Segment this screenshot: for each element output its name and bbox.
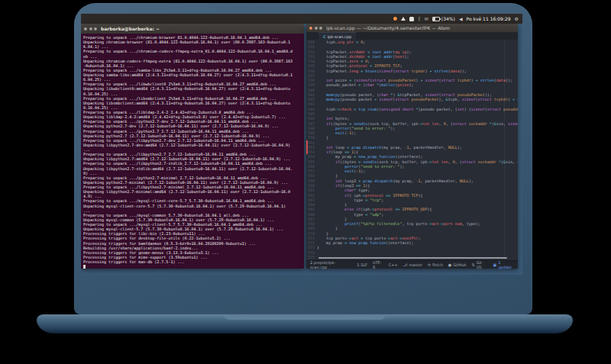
sync-icon: ⟳	[428, 263, 431, 267]
terminal-line: Unpacking python2.7 (2.7.12-1ubuntu0~16.…	[83, 134, 293, 138]
terminal-line: Unpacking libwbclient0:amd64 (2:4.3.11+d…	[83, 86, 293, 95]
status-grammar[interactable]: C++	[389, 263, 398, 267]
code-line: 542 memcpy(pseudo_packet + sizeof(struct…	[306, 97, 518, 101]
keyboard-layout-icon[interactable]	[409, 17, 414, 21]
status-encoding[interactable]: UTF-8	[373, 260, 383, 269]
app-indicator-icon[interactable]	[393, 17, 397, 21]
atom-close-button[interactable]	[309, 27, 312, 30]
laptop-lid: ᛒ ✉ (34%) ◀ Po kvě 11 16:09:29 ⚙	[74, 3, 532, 314]
terminal-line: Preparing to unpack .../libpython2.7-std…	[83, 161, 293, 166]
update-badge[interactable]: ▣ 1 update	[493, 260, 514, 269]
terminal-line: Unpacking libsmbclient:amd64 (2:4.3.11+d…	[83, 101, 293, 110]
terminal-line: Unpacking libpython2.7-stdlib:amd64 (2.7…	[83, 166, 293, 176]
status-cursor-position[interactable]: 1:1	[357, 263, 363, 267]
unity-top-panel: ᛒ ✉ (34%) ◀ Po kvě 11 16:09:29 ⚙	[81, 14, 522, 24]
terminal-line: Unpacking chromium-codecs-ffmpeg-extra (…	[83, 59, 293, 68]
battery-indicator[interactable]: (34%)	[432, 16, 455, 21]
session-gear-icon[interactable]: ⚙	[515, 17, 519, 21]
atom-window: ipk-scan.cpp — ~/Dokumenty/4.semester/IP…	[306, 24, 518, 269]
terminal-maximize-button[interactable]	[94, 27, 97, 31]
tab-label: ipk-scan.cpp	[328, 34, 352, 39]
status-bar: 2.projekt/ipk-scan.cpp 1:1 LF UTF-8 C++ …	[306, 260, 518, 269]
tab-ipk-scan[interactable]: C ipk-scan.cpp	[318, 32, 356, 40]
terminal-line: Unpacking chromium-browser (81.0.4044.12…	[83, 40, 293, 49]
terminal-line: Preparing to unpack .../libpython2.7-dev…	[83, 138, 293, 143]
terminal-line: Preparing to unpack .../python2.7-minima…	[83, 176, 293, 180]
laptop-mockup: ᛒ ✉ (34%) ◀ Po kvě 11 16:09:29 ⚙	[0, 0, 611, 364]
laptop-screen: ᛒ ✉ (34%) ◀ Po kvě 11 16:09:29 ⚙	[81, 14, 522, 275]
line-number: 575	[306, 255, 317, 259]
battery-icon	[432, 17, 440, 21]
git-panel-button[interactable]: ⇅ Git (0)	[472, 260, 488, 269]
terminal-minimize-button[interactable]	[89, 27, 92, 31]
terminal-line: Processing triggers for man-db (2.7.5-1)…	[83, 259, 293, 264]
atom-window-title: ipk-scan.cpp — ~/Dokumenty/4.semester/IP…	[326, 25, 450, 31]
terminal-line: Unpacking libpython2.7-dev:amd64 (2.7.12…	[83, 143, 293, 152]
code-text: memcpy(pseudo_packet + sizeof(struct pse…	[317, 97, 518, 101]
status-line-ending[interactable]: LF	[363, 263, 367, 267]
system-tray: ᛒ ✉ (34%) ◀ Po kvě 11 16:09:29 ⚙	[393, 16, 519, 21]
wrap-guide	[504, 40, 505, 260]
status-file-path[interactable]: 2.projekt/ipk-scan.cpp	[310, 260, 351, 269]
code-text: tcpPacket.leng = htons(sizeof(struct tcp…	[317, 69, 467, 73]
branch-icon: ⎇	[403, 263, 408, 267]
laptop-base-notch	[224, 314, 386, 320]
package-icon: ▣	[493, 263, 496, 267]
terminal-text: Preparing to unpack .../chromium-browser…	[83, 35, 293, 269]
terminal-line: Unpacking libpython2.7-minimal:amd64 (2.…	[83, 189, 293, 198]
git-icon: ⇅	[472, 263, 475, 267]
code-text: tcph.urg_ptr = 0;	[317, 40, 365, 44]
code-text: }	[317, 135, 328, 140]
terminal-close-button[interactable]	[84, 27, 87, 31]
terminal-line: Preparing to unpack .../chromium-codecs-…	[83, 49, 293, 58]
editor-pane[interactable]: 530 tcph.urg_ptr = 0;531532 tcpPacket.sr…	[306, 40, 518, 260]
wifi-icon[interactable]	[401, 17, 406, 21]
laptop-base	[37, 314, 573, 333]
status-git-branch[interactable]: ⎇ master	[403, 263, 422, 267]
terminal-titlebar[interactable]: barborka@barborka: ~	[81, 24, 304, 34]
terminal-line: Preparing to unpack .../libsmbclient_2%3…	[83, 96, 293, 101]
terminal-line: Unpacking samba-libs:amd64 (2:4.3.11+dfs…	[83, 72, 293, 82]
volume-icon[interactable]: ◀	[459, 17, 463, 21]
github-icon: ●	[448, 263, 451, 267]
fetch-button[interactable]: ⟳ Fetch	[428, 263, 443, 267]
horizontal-scrollbar[interactable]	[318, 257, 507, 259]
code-line: 544 tcph->check = tcp_csum((unsigned sho…	[306, 107, 518, 111]
atom-maximize-button[interactable]	[319, 27, 322, 30]
clock-label[interactable]: Po kvě 11 16:09:29	[467, 16, 511, 21]
github-button[interactable]: ● GitHub	[448, 263, 467, 267]
tab-bar: C ipk-scan.cpp	[306, 32, 518, 40]
bluetooth-icon[interactable]: ᛒ	[418, 17, 421, 21]
terminal-line: Unpacking python2.7-dev (2.7.12-1ubuntu0…	[83, 124, 293, 128]
code-text: my_pcap = new_pcap_funcion(interface);	[317, 240, 413, 245]
code-text: printf("%d/%s filtered\n", tcp_ports->ac…	[317, 221, 480, 226]
terminal-line: Unpacking mysql-client-core-5.7 (5.7.30-…	[83, 204, 293, 213]
terminal-title: barborka@barborka: ~	[101, 26, 160, 31]
terminal-cursor	[83, 265, 86, 269]
code-text: tcph->check = tcp_csum((unsigned short *…	[317, 107, 518, 111]
terminal-output[interactable]: Preparing to unpack .../chromium-browser…	[81, 34, 304, 269]
c-file-icon: C	[323, 34, 326, 39]
terminal-line: Preparing to unpack .../mysql-client-cor…	[83, 198, 293, 203]
battery-label: (34%)	[441, 16, 455, 21]
atom-minimize-button[interactable]	[315, 27, 318, 30]
mail-icon[interactable]: ✉	[425, 17, 428, 21]
atom-titlebar[interactable]: ipk-scan.cpp — ~/Dokumenty/4.semester/IP…	[306, 24, 518, 32]
code-text: pseudo_packet = (char *)malloc(psize);	[317, 82, 414, 87]
code-text: }	[317, 245, 319, 250]
terminal-window: barborka@barborka: ~ Preparing to unpack…	[81, 24, 304, 269]
